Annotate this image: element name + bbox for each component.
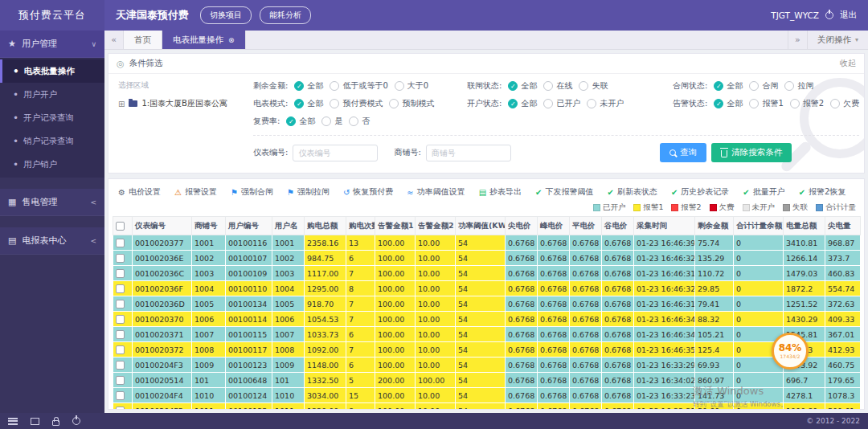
filter-option-1-0[interactable]: ✓全部 <box>508 80 537 92</box>
row-checkbox[interactable] <box>116 269 125 278</box>
meter-number-input[interactable] <box>293 145 378 161</box>
filter-option-1-1[interactable]: 在线 <box>543 80 572 92</box>
toolbar-button-7[interactable]: ✔下发报警阈值 <box>535 186 593 198</box>
toolbar-button-3[interactable]: ⚑强制拉闸 <box>287 186 330 198</box>
filter-option-5-2[interactable]: 报警2 <box>790 98 824 109</box>
query-button[interactable]: 查询 <box>660 143 706 162</box>
sidebar-item-0-1[interactable]: •用户开户 <box>0 83 104 106</box>
switch-project-button[interactable]: 切换项目 <box>200 6 252 24</box>
filter-option-3-0[interactable]: ✓全部 <box>294 98 323 109</box>
cell: 1004 <box>192 281 226 296</box>
menu-icon[interactable] <box>8 418 18 425</box>
filter-option-2-0[interactable]: ✓全部 <box>714 80 743 92</box>
close-operations-menu[interactable]: 关闭操作 ▾ <box>807 31 868 49</box>
sidebar-item-0-3[interactable]: •销户记录查询 <box>0 129 104 153</box>
cell: 1006 <box>272 312 305 327</box>
legend-item-3: 欠费 <box>710 202 735 213</box>
search-row: 仪表编号: 商铺号: 查询 清除搜索条件 <box>253 135 859 162</box>
energy-analysis-button[interactable]: 能耗分析 <box>260 6 311 24</box>
filter-option-5-3[interactable]: 欠费 <box>830 98 859 109</box>
toolbar-button-4[interactable]: ↺恢复预付费 <box>343 186 393 198</box>
toolbar-button-5[interactable]: ≈功率阈值设置 <box>407 186 465 198</box>
tabs-scroll-right-icon[interactable]: » <box>788 31 807 49</box>
collapse-link[interactable]: 收起 <box>840 58 856 69</box>
tree-expand-icon[interactable]: ⊞ <box>118 100 125 108</box>
filter-option-0-0[interactable]: ✓全部 <box>294 80 323 92</box>
filter-option-6-1[interactable]: 是 <box>321 116 342 127</box>
table-row: 001002036D1005001001341005918.707100.001… <box>113 296 861 312</box>
cell: 1008 <box>192 342 226 358</box>
filter-option-6-2[interactable]: 否 <box>349 116 370 127</box>
cell: 1430.29 <box>784 312 825 327</box>
cell: 5 <box>346 373 375 388</box>
shop-number-label: 商铺号: <box>394 147 420 158</box>
filter-option-6-0[interactable]: ✓全部 <box>286 116 315 127</box>
filter-option-0-1[interactable]: 低于或等于0 <box>330 80 387 92</box>
toolbar-button-10[interactable]: ✔批量开户 <box>743 186 784 198</box>
row-checkbox[interactable] <box>116 361 125 370</box>
region-tree-node[interactable]: ⊞ 1:国泰大厦B座国泰公寓 <box>118 98 253 109</box>
row-checkbox[interactable] <box>116 330 125 339</box>
table-row: 001002037010060010011410061054.537100.00… <box>113 312 861 327</box>
shop-number-input[interactable] <box>426 145 511 161</box>
lock-icon[interactable] <box>52 420 59 426</box>
filter-option-4-0[interactable]: ✓全部 <box>508 98 537 109</box>
logout-button[interactable]: 退出 <box>840 10 857 21</box>
row-checkbox[interactable] <box>116 254 125 263</box>
row-checkbox[interactable] <box>116 376 125 385</box>
row-checkbox[interactable] <box>116 391 125 400</box>
toolbar-button-2[interactable]: ⚑强制合闸 <box>231 186 273 198</box>
table-row: 001002037710010010011610012358.1613100.0… <box>113 235 861 251</box>
filter-option-3-1[interactable]: 预付费模式 <box>330 98 383 109</box>
cell: 001002036C <box>133 266 192 281</box>
cell: 0.6768 <box>506 251 538 266</box>
sidebar-group-1[interactable]: ▦售电管理< <box>0 189 104 216</box>
filter-option-4-2[interactable]: 未开户 <box>587 98 624 109</box>
sidebar-item-0-2[interactable]: •开户记录查询 <box>0 106 104 129</box>
clear-search-button[interactable]: 清除搜索条件 <box>711 143 792 162</box>
toolbar-button-0[interactable]: ⚙电价设置 <box>118 186 161 198</box>
cell: 141.73 <box>695 388 734 403</box>
filter-option-5-0[interactable]: ✓全部 <box>714 98 743 109</box>
row-checkbox[interactable] <box>116 284 125 293</box>
row-checkbox[interactable] <box>116 407 125 409</box>
power-icon[interactable] <box>72 417 80 425</box>
toolbar-button-11[interactable]: ✔报警2恢复 <box>799 186 846 198</box>
filter-option-0-2[interactable]: 大于0 <box>395 80 428 92</box>
filter-option-5-1[interactable]: 报警1 <box>749 98 783 109</box>
chevron-left-icon: < <box>90 198 96 206</box>
close-icon[interactable]: ⊗ <box>228 36 235 44</box>
toolbar-button-6[interactable]: ▤抄表导出 <box>479 186 522 198</box>
select-all-checkbox[interactable] <box>116 222 125 231</box>
sidebar-item-0-4[interactable]: •用户销户 <box>0 153 104 176</box>
sidebar-item-0-0[interactable]: •电表批量操作 <box>0 59 104 83</box>
cell: 860.97 <box>695 373 734 388</box>
filter-option-2-1[interactable]: 合闸 <box>749 80 778 92</box>
tab-0[interactable]: 首页 <box>124 31 162 49</box>
tabs-scroll-left-icon[interactable]: « <box>104 31 124 49</box>
filter-option-label: 是 <box>334 116 342 127</box>
legend-label: 报警1 <box>643 202 663 213</box>
toolbar-button-1[interactable]: ⚠报警设置 <box>174 186 217 198</box>
row-checkbox[interactable] <box>116 300 125 308</box>
toolbar-button-8[interactable]: ✔刷新表状态 <box>608 186 657 198</box>
filter-option-4-1[interactable]: 已开户 <box>543 98 580 109</box>
progress-badge[interactable]: 84% 17434/2 <box>772 333 809 370</box>
table-row: 001002037110070010011510071033.736100.00… <box>113 327 861 342</box>
row-checkbox[interactable] <box>116 315 125 324</box>
filter-option-1-2[interactable]: 失联 <box>579 80 608 92</box>
row-checkbox[interactable] <box>116 345 125 354</box>
sidebar-group-0[interactable]: ★用户管理∨ <box>0 31 104 58</box>
column-header-11: 平电价 <box>570 217 602 235</box>
legend-item-1: 报警1 <box>633 202 663 213</box>
legend-item-4: 未开户 <box>743 202 776 213</box>
filter-option-2-2[interactable]: 拉闸 <box>784 80 813 92</box>
window-icon[interactable] <box>31 418 39 425</box>
toolbar-button-9[interactable]: ✔历史抄表记录 <box>671 186 729 198</box>
filter-option-3-2[interactable]: 预制模式 <box>389 98 434 109</box>
sidebar-group-2[interactable]: ▤电报表中心< <box>0 227 104 255</box>
row-checkbox[interactable] <box>116 239 125 247</box>
cell: 1054.53 <box>305 312 346 327</box>
tab-1[interactable]: 电表批量操作⊗ <box>162 31 246 49</box>
filter-option-label: 全部 <box>727 80 743 92</box>
